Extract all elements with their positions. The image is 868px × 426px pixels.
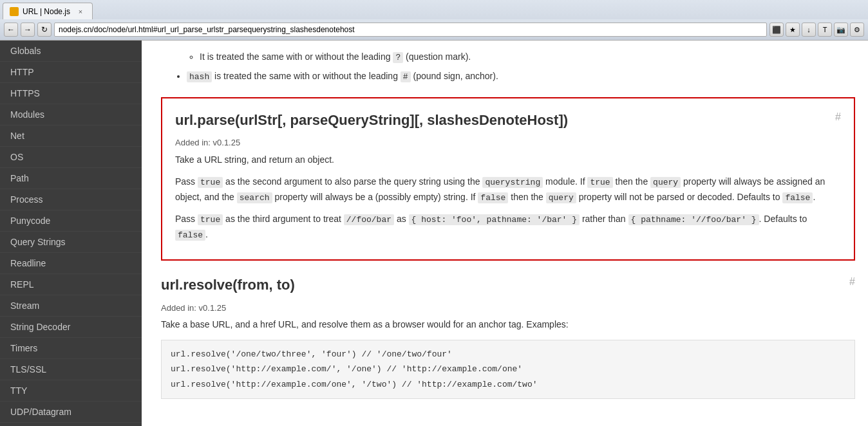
resolve-title: url.resolve(from, to)	[161, 273, 855, 296]
sidebar-item-timers[interactable]: Timers	[0, 338, 142, 359]
sidebar-item-stream[interactable]: Stream	[0, 295, 142, 317]
code-query-2: query	[546, 192, 576, 203]
sidebar-item-readline[interactable]: Readline	[0, 253, 142, 274]
code-querystring: querystring	[482, 177, 543, 188]
code-false-2: false	[782, 192, 813, 203]
sidebar-item-net[interactable]: Net	[0, 125, 142, 147]
toolbar-icons: ⬛ ★ ↓ T 📷 ⚙	[769, 23, 864, 37]
download-icon[interactable]: ↓	[802, 23, 816, 37]
code-true-1: true	[198, 177, 223, 188]
resolve-code-block: url.resolve('/one/two/three', 'four') //…	[161, 340, 855, 399]
parse-para1: Pass true as the second argument to also…	[175, 174, 841, 205]
browser-tab[interactable]: URL | Node.js ×	[3, 3, 93, 19]
sidebar-item-https[interactable]: HTTPS	[0, 83, 142, 104]
sidebar: Globals HTTP HTTPS Modules Net OS Path P…	[0, 41, 142, 426]
parse-hash-link[interactable]: #	[835, 109, 841, 125]
address-field[interactable]: nodejs.cn/doc/node/url.html#url_url_pars…	[54, 23, 767, 37]
resolve-hash-link[interactable]: #	[849, 273, 855, 290]
code-false-3: false	[175, 230, 205, 241]
bullet-hash: hash is treated the same with or without…	[187, 69, 855, 84]
browser-chrome: URL | Node.js × ← → ↻ nodejs.cn/doc/node…	[0, 0, 868, 41]
sidebar-item-repl[interactable]: REPL	[0, 274, 142, 295]
code-line-2: url.resolve('http://example.com/', '/one…	[171, 362, 845, 376]
tab-favicon	[10, 7, 19, 16]
sidebar-item-path[interactable]: Path	[0, 168, 142, 189]
tab-bar: URL | Node.js ×	[0, 0, 868, 19]
sidebar-item-tls[interactable]: TLS/SSL	[0, 359, 142, 380]
code-line-1: url.resolve('/one/two/three', 'four') //…	[171, 347, 845, 362]
code-hash-word: hash	[187, 71, 212, 82]
main-layout: Globals HTTP HTTPS Modules Net OS Path P…	[0, 41, 868, 426]
top-bullets: It is treated the same with or without t…	[161, 41, 855, 97]
bullet-question-mark: It is treated the same with or without t…	[200, 50, 855, 65]
code-pound: #	[401, 71, 411, 82]
code-host-foo: { host: 'foo', pathname: '/bar' }	[409, 214, 580, 225]
tab-close-button[interactable]: ×	[75, 6, 86, 17]
code-search: search	[237, 192, 272, 203]
refresh-button[interactable]: ↻	[37, 23, 52, 37]
sidebar-item-modules[interactable]: Modules	[0, 104, 142, 125]
sidebar-item-globals[interactable]: Globals	[0, 41, 142, 62]
sidebar-item-process[interactable]: Process	[0, 189, 142, 210]
code-true-3: true	[198, 214, 223, 225]
parse-para2: Pass true as the third argument to treat…	[175, 212, 841, 243]
code-pathname-foo: { pathname: '//foo/bar' }	[628, 214, 759, 225]
sidebar-item-punycode[interactable]: Punycode	[0, 210, 142, 232]
bookmark-icon[interactable]: ⬛	[769, 23, 784, 37]
resolve-section: # url.resolve(from, to) Added in: v0.1.2…	[161, 273, 855, 399]
forward-button[interactable]: →	[21, 23, 35, 37]
code-line-3: url.resolve('http://example.com/one', '/…	[171, 377, 845, 392]
sidebar-item-udp[interactable]: UDP/Datagram	[0, 402, 142, 423]
code-query-1: query	[650, 177, 681, 188]
address-bar-row: ← → ↻ nodejs.cn/doc/node/url.html#url_ur…	[0, 19, 868, 40]
back-button[interactable]: ←	[4, 23, 18, 37]
resolve-desc: Take a base URL, and a href URL, and res…	[161, 317, 855, 331]
parse-section: # url.parse(urlStr[, parseQueryString][,…	[161, 97, 855, 261]
code-false-1: false	[478, 192, 508, 203]
settings-icon[interactable]: ⚙	[850, 23, 864, 37]
sidebar-item-stringdecoder[interactable]: String Decoder	[0, 317, 142, 338]
sidebar-item-os[interactable]: OS	[0, 147, 142, 168]
sidebar-item-http[interactable]: HTTP	[0, 62, 142, 83]
code-true-2: true	[587, 177, 612, 188]
sidebar-item-tty[interactable]: TTY	[0, 380, 142, 402]
star-icon[interactable]: ★	[786, 23, 800, 37]
code-foo-bar: //foo/bar	[344, 214, 394, 225]
screenshot-icon[interactable]: 📷	[834, 23, 848, 37]
parse-desc: Take a URL string, and return an object.	[175, 153, 841, 167]
sidebar-item-querystrings[interactable]: Query Strings	[0, 232, 142, 253]
tab-title: URL | Node.js	[23, 7, 71, 16]
translate-icon[interactable]: T	[818, 23, 832, 37]
address-text: nodejs.cn/doc/node/url.html#url_url_pars…	[59, 25, 355, 34]
code-question: ?	[393, 52, 403, 63]
content-area: It is treated the same with or without t…	[142, 41, 868, 426]
parse-title: url.parse(urlStr[, parseQueryString][, s…	[175, 109, 841, 131]
resolve-added-in: Added in: v0.1.25	[161, 302, 855, 315]
parse-added-in: Added in: v0.1.25	[175, 136, 841, 150]
